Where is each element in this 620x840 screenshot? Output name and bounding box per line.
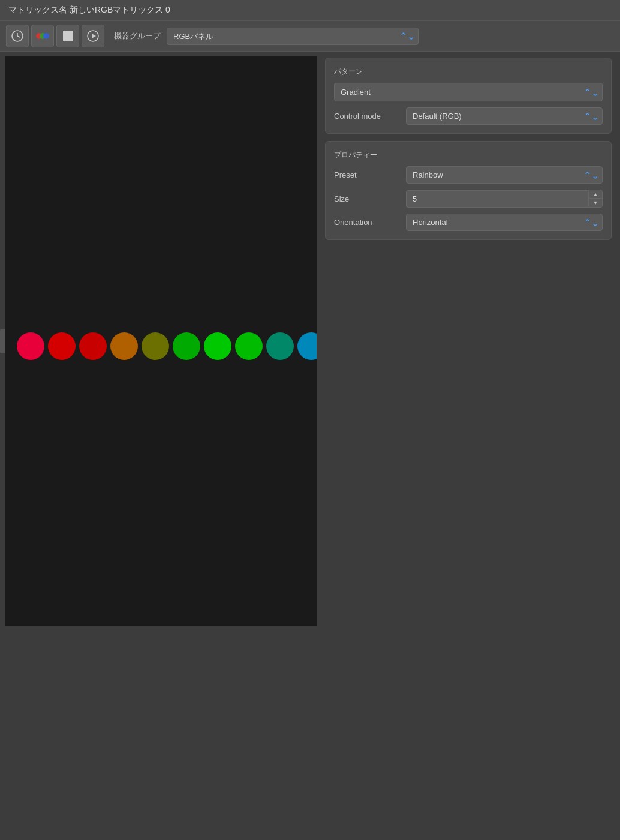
control-mode-label: Control mode <box>334 112 406 121</box>
pattern-section-title: パターン <box>334 67 603 77</box>
size-input[interactable] <box>406 190 588 208</box>
pattern-select[interactable]: Gradient Solid Chase Wipe <box>334 83 603 101</box>
device-group-select[interactable]: RGBパネル <box>167 28 419 45</box>
orientation-select-wrap: Horizontal Vertical ⌃⌄ <box>406 214 603 231</box>
canvas-inner <box>5 56 317 626</box>
canvas-area <box>5 56 317 626</box>
canvas-dot <box>173 332 200 360</box>
preset-select-wrap: Rainbow Sunset Ocean ⌃⌄ <box>406 166 603 184</box>
main-layout: パターン Gradient Solid Chase Wipe ⌃⌄ Contro… <box>0 52 620 830</box>
orientation-label: Orientation <box>334 218 406 227</box>
preset-select[interactable]: Rainbow Sunset Ocean <box>406 166 603 184</box>
canvas-dot <box>48 332 76 360</box>
size-down-button[interactable]: ▼ <box>589 199 602 207</box>
control-mode-select-wrap: Default (RGB) HSV Custom ⌃⌄ <box>406 107 603 125</box>
svg-rect-6 <box>63 31 73 41</box>
device-group-label: 機器グループ <box>114 31 161 41</box>
pattern-select-wrap: Gradient Solid Chase Wipe ⌃⌄ <box>334 83 603 101</box>
preset-label: Preset <box>334 170 406 179</box>
canvas-dot <box>79 332 107 360</box>
title-label: マトリックス名 <box>8 5 67 16</box>
pattern-section: パターン Gradient Solid Chase Wipe ⌃⌄ Contro… <box>325 58 612 134</box>
title-bar: マトリックス名 新しいRGBマトリックス 0 <box>0 0 620 21</box>
canvas-dot <box>17 332 44 360</box>
orientation-select[interactable]: Horizontal Vertical <box>406 214 603 231</box>
svg-point-5 <box>43 33 49 39</box>
size-label: Size <box>334 194 406 203</box>
canvas-dot <box>110 332 138 360</box>
control-mode-select[interactable]: Default (RGB) HSV Custom <box>406 107 603 125</box>
svg-line-2 <box>17 36 20 37</box>
right-panel: パターン Gradient Solid Chase Wipe ⌃⌄ Contro… <box>317 52 620 830</box>
size-row: Size ▲ ▼ <box>334 190 603 208</box>
clock-button[interactable] <box>6 25 29 47</box>
preset-row: Preset Rainbow Sunset Ocean ⌃⌄ <box>334 166 603 184</box>
square-button[interactable] <box>56 25 79 47</box>
size-stepper-buttons: ▲ ▼ <box>588 190 603 208</box>
size-up-button[interactable]: ▲ <box>589 190 602 199</box>
control-mode-row: Control mode Default (RGB) HSV Custom ⌃⌄ <box>334 107 603 125</box>
canvas-dot <box>142 332 169 360</box>
toolbar: 機器グループ RGBパネル ⌃⌄ <box>0 21 620 52</box>
left-handle[interactable] <box>0 329 5 353</box>
bottom-controls: タイプ 繰り返し 一方通行 往復 順/逆 順再生 逆再生 <box>0 835 620 840</box>
canvas-dot <box>266 332 294 360</box>
title-name: 新しいRGBマトリックス 0 <box>70 5 170 16</box>
canvas-dot <box>297 332 317 360</box>
size-stepper-wrap: ▲ ▼ <box>406 190 603 208</box>
properties-section-title: プロパティー <box>334 150 603 160</box>
dots-row <box>17 332 317 360</box>
properties-section: プロパティー Preset Rainbow Sunset Ocean ⌃⌄ Si… <box>325 141 612 240</box>
orientation-row: Orientation Horizontal Vertical ⌃⌄ <box>334 214 603 231</box>
canvas-dot <box>204 332 231 360</box>
svg-marker-8 <box>92 34 96 38</box>
rgb-button[interactable] <box>31 25 54 47</box>
play-button[interactable] <box>82 25 104 47</box>
canvas-dot <box>235 332 263 360</box>
device-group-select-wrap: RGBパネル ⌃⌄ <box>167 28 419 45</box>
